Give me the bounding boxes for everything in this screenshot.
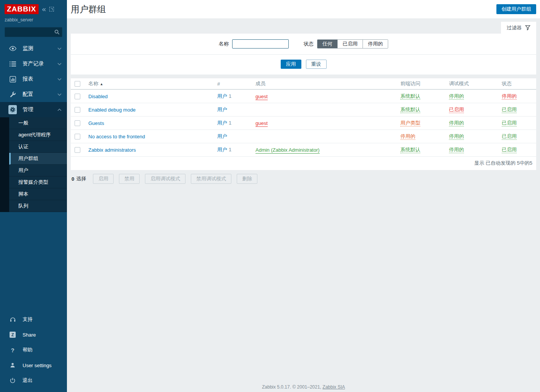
frontend-access-link[interactable]: 系统默认 (400, 93, 420, 100)
status-link[interactable]: 停用的 (502, 93, 517, 100)
search-icon[interactable] (54, 29, 60, 36)
debug-mode-link[interactable]: 已启用 (449, 107, 464, 113)
row-checkbox[interactable] (75, 94, 80, 99)
table-summary: 显示 已自动发现的 5中的5 (71, 157, 536, 170)
apply-button[interactable]: 应用 (281, 60, 301, 69)
frontend-access-link[interactable]: 停用的 (400, 133, 415, 140)
group-name-link[interactable]: Enabled debug mode (88, 107, 136, 113)
debug-mode-cell: 停用的 (445, 130, 498, 143)
debug-mode-link[interactable]: 停用的 (449, 120, 464, 126)
sidebar-footer-item-label: User settings (23, 363, 62, 368)
users-link[interactable]: 用户 (217, 133, 227, 139)
submenu-item[interactable]: 脚本 (9, 188, 67, 200)
sidebar-footer-item-user[interactable]: User settings (0, 358, 67, 373)
submenu-item[interactable]: agent代理程序 (9, 129, 67, 141)
headset-icon (8, 316, 17, 322)
create-user-group-button[interactable]: 创建用户群组 (496, 4, 536, 14)
status-link[interactable]: 已启用 (502, 107, 517, 113)
member-link[interactable]: guest (255, 120, 268, 127)
bulk-action-button[interactable]: 删除 (237, 174, 257, 184)
action-row: 0 选择 启用禁用启用调试模式禁用调试模式删除 (71, 174, 536, 184)
selected-count: 0 (72, 176, 74, 182)
row-checkbox[interactable] (75, 107, 80, 113)
row-checkbox[interactable] (75, 120, 80, 126)
filter-tab[interactable]: 过滤器 (501, 22, 536, 34)
bulk-action-button[interactable]: 禁用 (119, 174, 140, 184)
users-link[interactable]: 用户 (217, 107, 227, 112)
status-option[interactable]: 停用的 (363, 40, 388, 48)
chart-icon (8, 76, 17, 83)
eye-icon (8, 46, 17, 51)
frontend-access-link[interactable]: 用户类型 (400, 120, 420, 126)
frontend-access-link[interactable]: 系统默认 (400, 147, 420, 153)
row-checkbox-cell (71, 130, 85, 143)
sidebar-footer-item-help[interactable]: ?帮助 (0, 342, 67, 358)
status-link[interactable]: 已启用 (502, 133, 517, 140)
group-name-link[interactable]: Guests (88, 120, 104, 126)
row-checkbox-cell (71, 117, 85, 130)
user-count-cell: 用户 (213, 130, 252, 143)
debug-mode-link[interactable]: 停用的 (449, 147, 464, 153)
sidebar-item-label: 配置 (23, 91, 52, 98)
sidebar-item-label: 报表 (23, 76, 52, 83)
sidebar-item-chart[interactable]: 报表 (0, 71, 67, 87)
users-link[interactable]: 用户 (217, 93, 227, 99)
sidebar-item-label: 监测 (23, 45, 52, 52)
frontend-access-cell: 用户类型 (397, 117, 445, 130)
reset-button[interactable]: 重设 (306, 60, 327, 69)
submenu-item[interactable]: 认证 (9, 141, 67, 153)
filter-divider (71, 54, 536, 55)
row-checkbox[interactable] (75, 147, 80, 153)
status-cell: 已启用 (498, 117, 536, 130)
zabbix-sia-link[interactable]: Zabbix SIA (322, 384, 345, 390)
status-link[interactable]: 已启用 (502, 147, 517, 153)
submenu-item[interactable]: 用户群组 (9, 153, 67, 165)
debug-mode-cell: 停用的 (445, 117, 498, 130)
sidebar-item-eye[interactable]: 监测 (0, 41, 67, 56)
status-option[interactable]: 任何 (317, 40, 337, 48)
member-link[interactable]: guest (255, 94, 268, 100)
user-count-cell: 用户 (213, 103, 252, 117)
status-link[interactable]: 已启用 (502, 120, 517, 126)
bulk-action-button[interactable]: 启用调试模式 (145, 174, 185, 184)
select-all-checkbox[interactable] (75, 81, 80, 87)
frontend-access-link[interactable]: 系统默认 (400, 107, 420, 113)
main-area: 用户群组 创建用户群组 过滤器 名称 状态 任何已启用停用的 应用 重设 (67, 0, 540, 392)
user-count: 1 (229, 147, 231, 152)
debug-mode-link[interactable]: 停用的 (449, 93, 464, 100)
group-name-link[interactable]: Zabbix administrators (88, 147, 136, 153)
users-link[interactable]: 用户 (217, 120, 227, 126)
search-input[interactable] (5, 27, 62, 37)
sidebar-footer-item-label: 退出 (23, 377, 62, 384)
submenu-item[interactable]: 报警媒介类型 (9, 177, 67, 188)
debug-mode-cell: 停用的 (445, 89, 498, 103)
group-name-link[interactable]: No access to the frontend (88, 134, 145, 139)
sidebar-item-list[interactable]: 资产记录 (0, 56, 67, 71)
frontend-access-cell: 停用的 (397, 130, 445, 143)
row-checkbox-cell (71, 103, 85, 117)
users-link[interactable]: 用户 (217, 147, 227, 152)
debug-mode-link[interactable]: 停用的 (449, 133, 464, 140)
zabbix-logo[interactable]: ZABBIX (5, 4, 39, 14)
group-name-link[interactable]: Disabled (88, 94, 108, 99)
sidebar-item-wrench[interactable]: 配置 (0, 87, 67, 102)
bulk-action-button[interactable]: 启用 (93, 174, 114, 184)
filter-tab-row: 过滤器 (71, 18, 536, 34)
column-header: 调试模式 (445, 78, 498, 89)
sidebar-collapse-icon[interactable]: « (42, 6, 46, 12)
status-option[interactable]: 已启用 (337, 40, 363, 48)
sidebar-footer-item-share[interactable]: ZShare (0, 327, 67, 342)
fullscreen-icon[interactable] (49, 7, 54, 11)
row-checkbox[interactable] (75, 134, 80, 139)
submenu-item[interactable]: 队列 (9, 200, 67, 212)
member-link[interactable]: Admin (Zabbix Administrator) (255, 147, 320, 154)
column-header[interactable]: 名称▲ (85, 78, 213, 89)
gear-icon (8, 105, 17, 114)
bulk-action-button[interactable]: 禁用调试模式 (191, 174, 231, 184)
filter-name-input[interactable] (232, 39, 289, 49)
sidebar-footer-item-headset[interactable]: 支持 (0, 312, 67, 327)
submenu-item[interactable]: 用户 (9, 165, 67, 177)
sidebar-item-gear[interactable]: 管理 (0, 102, 67, 117)
sidebar-footer-item-power[interactable]: 退出 (0, 373, 67, 388)
submenu-item[interactable]: 一般 (9, 117, 67, 129)
